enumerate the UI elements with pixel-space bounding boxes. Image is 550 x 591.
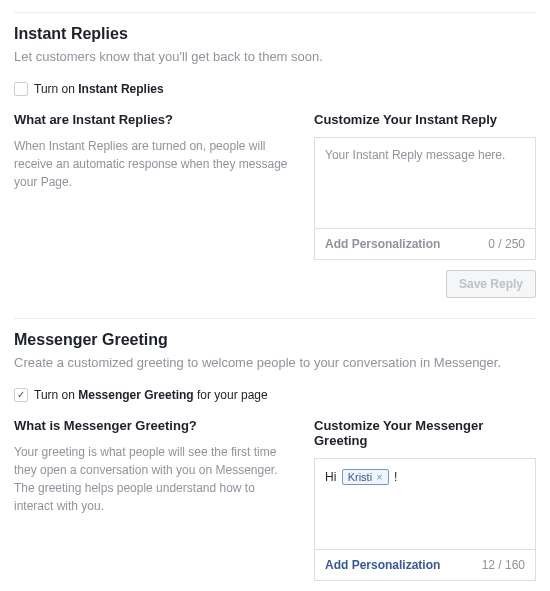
instant-compose-footer: Add Personalization 0 / 250 — [315, 228, 535, 259]
greeting-personalize-link[interactable]: Add Personalization — [325, 558, 440, 572]
tag-remove-icon[interactable]: × — [376, 471, 382, 483]
greeting-toggle-row: Turn on Messenger Greeting for your page — [14, 388, 536, 402]
greeting-compose-footer: Add Personalization 12 / 160 — [315, 549, 535, 580]
tag-label: Kristi — [348, 471, 372, 483]
greeting-customize-col: Customize Your Messenger Greeting Hi Kri… — [314, 418, 536, 591]
greeting-section: Messenger Greeting Create a customized g… — [14, 318, 536, 591]
greeting-help-col: What is Messenger Greeting? Your greetin… — [14, 418, 294, 591]
instant-checkbox[interactable] — [14, 82, 28, 96]
greeting-counter: 12 / 160 — [482, 558, 525, 572]
instant-help-title: What are Instant Replies? — [14, 112, 294, 127]
personalization-tag[interactable]: Kristi× — [342, 469, 389, 485]
instant-desc: Let customers know that you'll get back … — [14, 49, 536, 64]
greeting-desc: Create a customized greeting to welcome … — [14, 355, 536, 370]
greeting-help-title: What is Messenger Greeting? — [14, 418, 294, 433]
greeting-help-text: Your greeting is what people will see th… — [14, 443, 294, 515]
instant-customize-title: Customize Your Instant Reply — [314, 112, 536, 127]
instant-help-col: What are Instant Replies? When Instant R… — [14, 112, 294, 298]
instant-customize-col: Customize Your Instant Reply Your Instan… — [314, 112, 536, 298]
instant-counter: 0 / 250 — [488, 237, 525, 251]
instant-compose-box: Your Instant Reply message here. Add Per… — [314, 137, 536, 260]
greeting-checkbox[interactable] — [14, 388, 28, 402]
instant-personalize-link[interactable]: Add Personalization — [325, 237, 440, 251]
instant-replies-section: Instant Replies Let customers know that … — [14, 12, 536, 298]
instant-help-text: When Instant Replies are turned on, peop… — [14, 137, 294, 191]
greeting-customize-title: Customize Your Messenger Greeting — [314, 418, 536, 448]
instant-toggle-row: Turn on Instant Replies — [14, 82, 536, 96]
instant-toggle-label: Turn on Instant Replies — [34, 82, 164, 96]
save-reply-button[interactable]: Save Reply — [446, 270, 536, 298]
instant-title: Instant Replies — [14, 25, 536, 43]
instant-textarea[interactable]: Your Instant Reply message here. — [315, 138, 535, 228]
greeting-toggle-label: Turn on Messenger Greeting for your page — [34, 388, 268, 402]
greeting-compose-box: Hi Kristi× ! Add Personalization 12 / 16… — [314, 458, 536, 581]
greeting-title: Messenger Greeting — [14, 331, 536, 349]
greeting-textarea[interactable]: Hi Kristi× ! — [315, 459, 535, 549]
